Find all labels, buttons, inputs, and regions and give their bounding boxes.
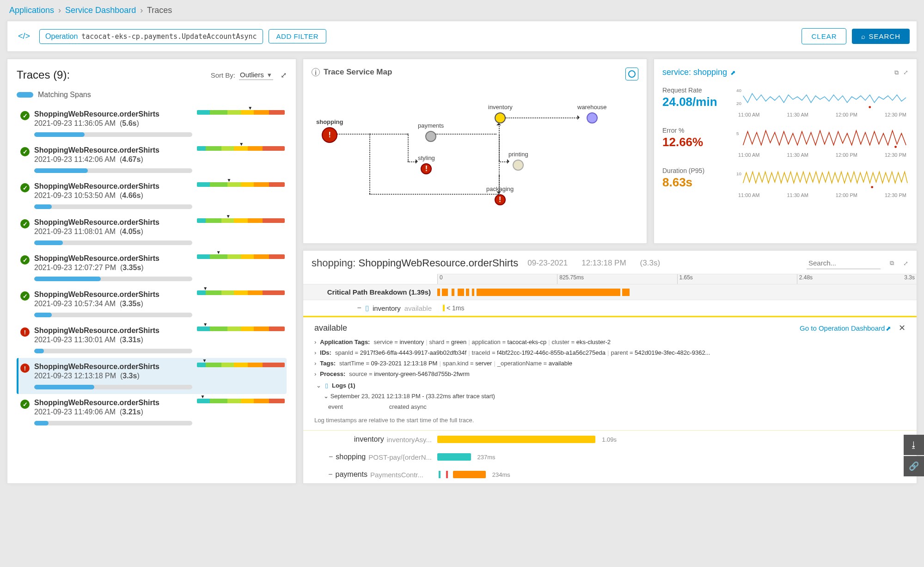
trace-detail-panel: shopping: ShoppingWebResource.orderShirt… bbox=[303, 250, 917, 484]
breadcrumb-current: Traces bbox=[147, 6, 172, 15]
node-inventory[interactable] bbox=[495, 112, 506, 123]
trace-item[interactable]: ✓ ShoppingWebResource.orderShirts 2021-0… bbox=[17, 250, 287, 286]
filter-chip-operation[interactable]: Operation tacocat-eks-cp.payments.Update… bbox=[39, 29, 263, 44]
clear-button[interactable]: CLEAR bbox=[802, 28, 846, 44]
chevron-right-icon: › bbox=[314, 370, 316, 377]
node-styling[interactable] bbox=[421, 163, 432, 174]
node-printing[interactable] bbox=[513, 160, 524, 171]
trace-item[interactable]: ✓ ShoppingWebResource.orderShirts 2021-0… bbox=[17, 142, 287, 178]
trace-name: ShoppingWebResource.orderShirts bbox=[34, 290, 192, 299]
process-row[interactable]: › Process: source = inventory-green-5467… bbox=[314, 370, 906, 377]
waterfall-span-row[interactable]: − paymentsPaymentsContr... 234ms bbox=[303, 466, 917, 483]
matching-legend-bar bbox=[17, 92, 33, 98]
popout-icon[interactable]: ⧉ bbox=[890, 259, 894, 267]
filter-chip-label: Operation bbox=[45, 32, 78, 41]
latency-histogram: ▼ bbox=[197, 327, 285, 331]
trace-item[interactable]: ! ShoppingWebResource.orderShirts 2021-0… bbox=[17, 322, 287, 358]
chevron-right-icon: › bbox=[314, 339, 316, 345]
trace-item[interactable]: ✓ ShoppingWebResource.orderShirts 2021-0… bbox=[17, 394, 287, 430]
popout-icon[interactable]: ⧉ bbox=[894, 69, 899, 76]
matching-legend-label: Matching Spans bbox=[38, 91, 91, 99]
trace-name: ShoppingWebResource.orderShirts bbox=[34, 399, 192, 407]
expand-icon[interactable]: ⤢ bbox=[281, 71, 287, 80]
sort-by-select[interactable]: Outliers bbox=[239, 70, 273, 80]
sort-by-label: Sort By: bbox=[211, 71, 235, 79]
info-icon[interactable]: i bbox=[312, 68, 320, 76]
search-button[interactable]: ⌕ SEARCH bbox=[852, 29, 910, 44]
duration-sparkline: 10 11:00 AM11:30 AM12:00 PM12:30 PM bbox=[736, 167, 908, 198]
log-entry[interactable]: ⌄ September 23, 2021 12:13:18 PM - (33.2… bbox=[324, 393, 906, 400]
latency-histogram: ▼ bbox=[197, 254, 285, 259]
svg-point-2 bbox=[869, 106, 871, 108]
node-payments[interactable] bbox=[425, 131, 436, 142]
trace-name: ShoppingWebResource.orderShirts bbox=[34, 110, 192, 118]
timeline-ruler: 0 825.75ms 1.65s 2.48s 3.3s bbox=[437, 274, 917, 284]
expand-icon[interactable]: ⤢ bbox=[903, 69, 908, 76]
inventory-span-row[interactable]: − ▯ inventory available < 1ms bbox=[303, 300, 917, 316]
latency-histogram: ▼ bbox=[197, 218, 285, 223]
breadcrumb-service-dashboard[interactable]: Service Dashboard bbox=[65, 6, 136, 15]
latency-histogram: ▼ bbox=[197, 399, 285, 403]
latency-histogram: ▼ bbox=[197, 363, 285, 367]
logs-header[interactable]: ⌄ ▯ Logs (1) bbox=[316, 382, 906, 389]
node-printing-label: printing bbox=[508, 151, 528, 158]
trace-timestamp: 2021-09-23 11:42:06 AM (4.67s) bbox=[34, 155, 192, 164]
trace-name: ShoppingWebResource.orderShirts bbox=[34, 254, 192, 263]
service-map-panel: i Trace Service Map bbox=[303, 59, 647, 244]
error-icon: ! bbox=[20, 327, 30, 337]
search-icon: ⌕ bbox=[861, 32, 866, 40]
node-packaging[interactable] bbox=[495, 194, 506, 205]
trace-item[interactable]: ✓ ShoppingWebResource.orderShirts 2021-0… bbox=[17, 178, 287, 214]
trace-timestamp: 2021-09-23 11:08:01 AM (4.05s) bbox=[34, 228, 192, 236]
node-warehouse[interactable] bbox=[587, 112, 598, 123]
external-link-icon bbox=[729, 68, 736, 77]
trace-item[interactable]: ✓ ShoppingWebResource.orderShirts 2021-0… bbox=[17, 286, 287, 322]
svg-point-6 bbox=[871, 186, 873, 188]
chevron-right-icon: › bbox=[314, 349, 316, 356]
breadcrumb-applications[interactable]: Applications bbox=[9, 6, 54, 15]
svg-point-4 bbox=[894, 146, 897, 148]
waterfall-span-row[interactable]: − shoppingPOST-pay/{orderN... 237ms bbox=[303, 448, 917, 466]
svg-text:5: 5 bbox=[736, 131, 739, 136]
collapse-icon[interactable]: − bbox=[325, 470, 333, 479]
waterfall-span-row[interactable]: inventoryinventoryAsy... 1.09s bbox=[303, 431, 917, 448]
chevron-down-icon: ⌄ bbox=[316, 382, 321, 389]
node-shopping[interactable] bbox=[322, 127, 337, 143]
filter-chip-value: tacocat-eks-cp.payments.UpdateAccountAsy… bbox=[81, 32, 257, 41]
trace-timestamp: 2021-09-23 10:57:34 AM (3.35s) bbox=[34, 300, 192, 308]
recenter-icon[interactable] bbox=[625, 68, 638, 80]
chevron-right-icon: › bbox=[314, 360, 316, 367]
service-map-title: Trace Service Map bbox=[324, 68, 392, 77]
trace-name: ShoppingWebResource.orderShirts bbox=[34, 182, 192, 191]
trace-item[interactable]: ✓ ShoppingWebResource.orderShirts 2021-0… bbox=[17, 214, 287, 250]
tags-row[interactable]: › Tags: startTime = 09-23-2021 12:13:18 … bbox=[314, 360, 906, 367]
span-search-input[interactable] bbox=[807, 257, 881, 269]
link-icon[interactable]: 🔗 bbox=[904, 456, 924, 476]
trace-item[interactable]: ✓ ShoppingWebResource.orderShirts 2021-0… bbox=[17, 105, 287, 142]
service-link[interactable]: service: shopping bbox=[662, 68, 736, 77]
collapse-icon[interactable]: − bbox=[354, 304, 361, 312]
app-tags-row[interactable]: › Application Tags: service = inventory|… bbox=[314, 339, 906, 345]
trace-timestamp: 2021-09-23 11:30:01 AM (3.31s) bbox=[34, 336, 192, 344]
close-icon[interactable]: ✕ bbox=[899, 323, 906, 333]
trace-item[interactable]: ! ShoppingWebResource.orderShirts 2021-0… bbox=[17, 358, 287, 394]
traces-title: Traces (9): bbox=[17, 68, 70, 81]
svg-text:40: 40 bbox=[736, 88, 741, 93]
add-filter-button[interactable]: ADD FILTER bbox=[269, 29, 326, 43]
request-rate-label: Request Rate bbox=[662, 86, 736, 94]
trace-timestamp: 2021-09-23 11:36:05 AM (5.6s) bbox=[34, 119, 192, 128]
service-map[interactable]: shopping payments styling inventory bbox=[312, 86, 638, 234]
svg-text:20: 20 bbox=[736, 101, 741, 106]
check-icon: ✓ bbox=[20, 400, 30, 409]
ids-row[interactable]: › IDs: spanId = 2917f3e6-6ffa-4443-9917-… bbox=[314, 349, 906, 356]
query-mode-icon[interactable]: </> bbox=[14, 30, 34, 43]
trace-detail-meta: 09-23-202112:13:18 PM(3.3s) bbox=[527, 259, 660, 268]
trace-timestamp: 2021-09-23 12:13:18 PM (3.3s) bbox=[34, 372, 192, 380]
download-icon[interactable]: ⭳ bbox=[904, 435, 924, 455]
node-inventory-label: inventory bbox=[488, 104, 513, 111]
span-detail-body: available Go to Operation Dashboard ✕ › … bbox=[303, 316, 917, 431]
expand-icon[interactable]: ⤢ bbox=[903, 260, 908, 267]
operation-dashboard-link[interactable]: Go to Operation Dashboard bbox=[800, 324, 891, 332]
collapse-icon[interactable]: − bbox=[325, 453, 333, 461]
check-icon: ✓ bbox=[20, 111, 30, 120]
